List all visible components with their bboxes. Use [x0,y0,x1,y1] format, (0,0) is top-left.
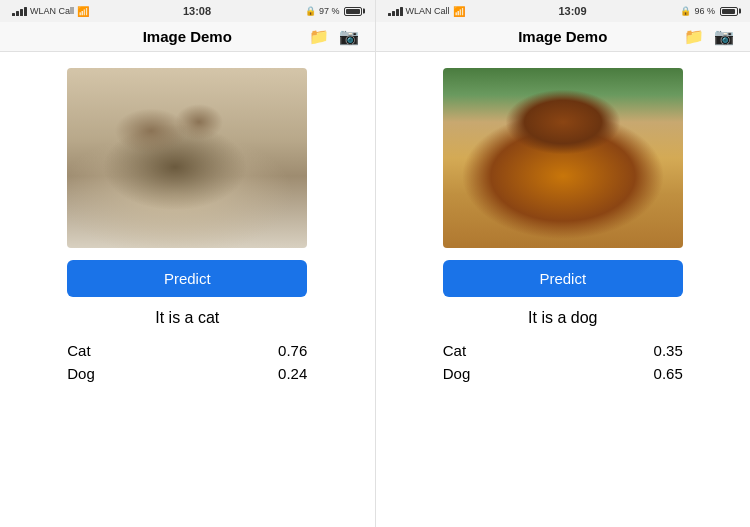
score-row-cat-right: Cat 0.35 [443,339,683,362]
nav-title-right: Image Demo [518,28,607,45]
battery-left [342,7,362,16]
nav-title-left: Image Demo [143,28,232,45]
wlan-call-right: WLAN Call [406,6,450,16]
wifi-icon-left: 📶 [77,6,89,17]
signal-bars-left [12,7,27,16]
predict-button-left[interactable]: Predict [67,260,307,297]
nav-icons-right: 📁 📷 [684,27,734,46]
phone-right: WLAN Call 📶 13:09 🔒 96 % Image Demo 📁 📷 [376,0,751,527]
content-left: Predict It is a cat Cat 0.76 Dog 0.24 [0,52,375,527]
folder-icon-left[interactable]: 📁 [309,27,329,46]
score-value-dog-right: 0.65 [654,365,683,382]
nav-bar-left: Image Demo 📁 📷 [0,22,375,52]
predict-button-right[interactable]: Predict [443,260,683,297]
scores-table-left: Cat 0.76 Dog 0.24 [67,339,307,385]
nav-bar-right: Image Demo 📁 📷 [376,22,751,52]
status-bar-left: WLAN Call 📶 13:08 🔒 97 % [0,0,375,22]
status-left-right: WLAN Call 📶 [388,6,465,17]
battery-fill-left [346,9,360,14]
camera-icon-left[interactable]: 📷 [339,27,359,46]
status-left-left: WLAN Call 📶 [12,6,89,17]
score-row-dog-right: Dog 0.65 [443,362,683,385]
score-label-dog-right: Dog [443,365,471,382]
score-label-cat-right: Cat [443,342,466,359]
phones-container: WLAN Call 📶 13:08 🔒 97 % Image Demo 📁 📷 [0,0,750,527]
wlan-call-left: WLAN Call [30,6,74,16]
result-text-right: It is a dog [528,309,597,327]
folder-icon-right[interactable]: 📁 [684,27,704,46]
status-bar-right: WLAN Call 📶 13:09 🔒 96 % [376,0,751,22]
cat-image-left [67,68,307,248]
score-value-dog-left: 0.24 [278,365,307,382]
battery-body-right [720,7,738,16]
status-right-right: 🔒 96 % [680,6,738,16]
battery-body-left [344,7,362,16]
nav-icons-left: 📁 📷 [309,27,359,46]
score-row-dog-left: Dog 0.24 [67,362,307,385]
signal-bars-right [388,7,403,16]
time-right: 13:09 [558,5,586,17]
status-right-left: 🔒 97 % [305,6,363,16]
battery-right [718,7,738,16]
phone-left: WLAN Call 📶 13:08 🔒 97 % Image Demo 📁 📷 [0,0,376,527]
battery-pct-left: 97 % [319,6,340,16]
battery-pct-right: 96 % [694,6,715,16]
score-row-cat-left: Cat 0.76 [67,339,307,362]
score-value-cat-right: 0.35 [654,342,683,359]
dog-image-right [443,68,683,248]
wifi-icon-right: 📶 [453,6,465,17]
battery-fill-right [722,9,735,14]
score-label-dog-left: Dog [67,365,95,382]
lock-icon-left: 🔒 [305,6,316,16]
camera-icon-right[interactable]: 📷 [714,27,734,46]
score-label-cat-left: Cat [67,342,90,359]
scores-table-right: Cat 0.35 Dog 0.65 [443,339,683,385]
score-value-cat-left: 0.76 [278,342,307,359]
content-right: Predict It is a dog Cat 0.35 Dog 0.65 [376,52,751,527]
lock-icon-right: 🔒 [680,6,691,16]
time-left: 13:08 [183,5,211,17]
result-text-left: It is a cat [155,309,219,327]
